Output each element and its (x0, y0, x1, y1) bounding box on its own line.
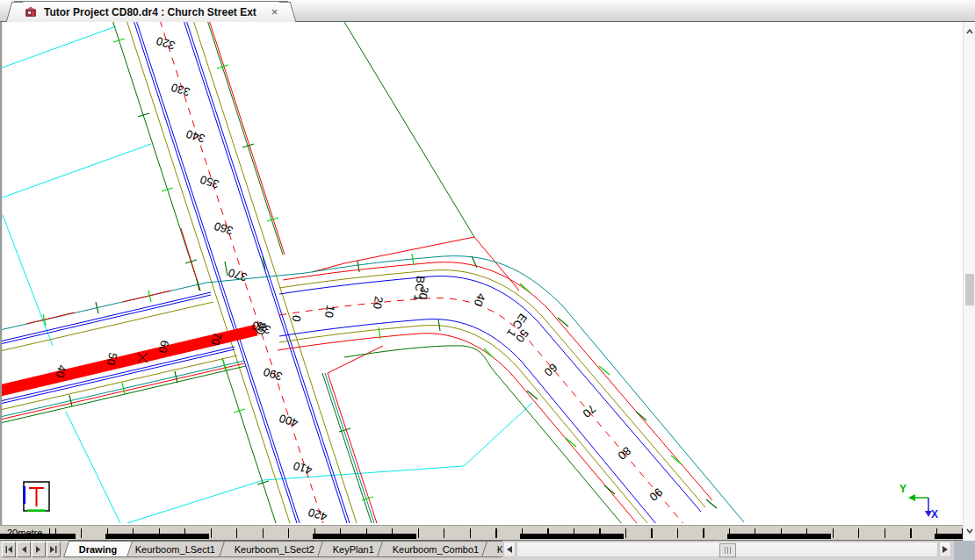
chainage-label: 410 (292, 459, 314, 477)
scale-ruler: 20metre (0, 525, 963, 541)
chainage-label: 90 (647, 485, 666, 504)
sheet-tab-drawing[interactable]: Drawing (63, 541, 134, 557)
chainage-label: 10 (322, 304, 337, 319)
axis-x-label: X (931, 508, 938, 521)
chainage-label: 420 (307, 506, 329, 523)
horizontal-scrollbar[interactable] (516, 542, 938, 557)
property-boundary-lines (2, 26, 532, 523)
scroll-up-icon[interactable] (964, 25, 975, 38)
scroll-down-icon[interactable] (964, 525, 975, 537)
bottom-bar: DrawingKeurboom_LSect1Keurboom_LSect2Key… (0, 541, 975, 560)
chainage-label: 370 (227, 266, 249, 284)
drawing-canvas[interactable]: Y X 320330340350360370380390400410420405… (2, 22, 963, 523)
chainage-label: 340 (184, 127, 206, 146)
chainage-label: 360 (213, 219, 235, 238)
sheet-tab-keurboom-lsect1[interactable]: Keurboom_LSect1 (119, 541, 231, 557)
sheet-tab-strip: DrawingKeurboom_LSect1Keurboom_LSect2Key… (63, 541, 502, 559)
vertical-scrollbar[interactable] (963, 22, 975, 541)
nav-next-button[interactable] (32, 542, 46, 557)
chainage-label: 40 (472, 291, 488, 308)
scale-ruler-bars (0, 534, 963, 539)
app-icon (25, 5, 38, 18)
document-title: Tutor Project CD80.dr4 : Church Street E… (44, 6, 256, 18)
vertical-scrollbar-thumb[interactable] (965, 274, 974, 305)
chainage-label: 330 (170, 81, 191, 99)
sheet-tab-keurboom-lsect2[interactable]: Keurboom_LSect2 (219, 541, 330, 557)
boundary-tick-marks (43, 39, 717, 508)
nav-last-button[interactable] (47, 542, 61, 557)
axis-indicator: Y X (899, 483, 938, 521)
chainage-label: BC 1 (411, 275, 427, 302)
terrain-boundary-lines (312, 22, 519, 291)
chainage-label: 320 (155, 34, 177, 53)
chainage-label: 100 (677, 521, 700, 523)
nav-first-button[interactable] (2, 542, 16, 557)
chainage-label: 400 (278, 412, 300, 430)
key-plan-symbol (24, 482, 49, 511)
document-tab-bar: Tutor Project CD80.dr4 : Church Street E… (0, 0, 975, 22)
hscroll-left-icon[interactable] (503, 542, 516, 557)
document-tab[interactable]: Tutor Project CD80.dr4 : Church Street E… (14, 1, 288, 22)
nav-previous-button[interactable] (17, 542, 31, 557)
chainage-label: 390 (262, 365, 284, 384)
application-window: Tutor Project CD80.dr4 : Church Street E… (0, 0, 975, 560)
hscroll-right-icon[interactable] (939, 542, 951, 557)
chainage-label: 60 (542, 361, 560, 379)
axis-y-label: Y (899, 483, 906, 495)
chainage-label: 20 (371, 295, 386, 310)
drawing-viewport[interactable]: Y X 320330340350360370380390400410420405… (0, 22, 963, 525)
window-corner-block (954, 541, 975, 560)
chainage-label: 350 (199, 173, 220, 191)
horizontal-scrollbar-thumb[interactable] (719, 543, 736, 557)
tab-close-button[interactable]: × (271, 6, 278, 18)
chainage-labels: 3203303403503603703803904004104204050607… (53, 34, 700, 523)
sheet-tab-keurboom-combo1[interactable]: Keurboom_Combo1 (377, 541, 495, 557)
